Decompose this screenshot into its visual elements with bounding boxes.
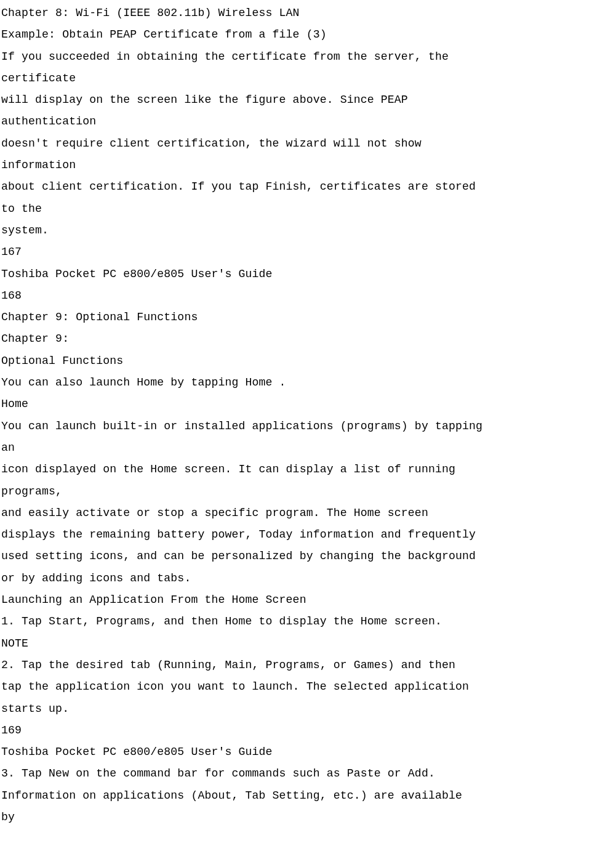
text-line: 1. Tap Start, Programs, and then Home to…: [1, 611, 616, 632]
text-line: to the: [1, 198, 616, 220]
text-line: 3. Tap New on the command bar for comman…: [1, 763, 616, 784]
text-line: and easily activate or stop a specific p…: [1, 502, 616, 524]
text-line: system.: [1, 220, 616, 241]
text-line: 168: [1, 285, 616, 307]
text-line: will display on the screen like the figu…: [1, 89, 616, 111]
text-line: Toshiba Pocket PC e800/e805 User's Guide: [1, 264, 616, 285]
text-line: Chapter 9:: [1, 328, 616, 350]
text-line: You can launch built-in or installed app…: [1, 416, 616, 437]
text-line: You can also launch Home by tapping Home…: [1, 372, 616, 393]
text-line: used setting icons, and can be personali…: [1, 546, 616, 567]
text-line: Home: [1, 393, 616, 415]
text-line: tap the application icon you want to lau…: [1, 676, 616, 698]
text-line: authentication: [1, 111, 616, 132]
text-line: by: [1, 807, 616, 828]
text-line: certificate: [1, 68, 616, 89]
text-line: Example: Obtain PEAP Certificate from a …: [1, 24, 616, 46]
text-line: starts up.: [1, 698, 616, 720]
text-line: Information on applications (About, Tab …: [1, 785, 616, 807]
text-line: programs,: [1, 481, 616, 502]
text-line: 169: [1, 720, 616, 741]
text-line: Chapter 8: Wi-Fi (IEEE 802.11b) Wireless…: [1, 2, 616, 24]
text-line: Launching an Application From the Home S…: [1, 589, 616, 611]
text-line: or by adding icons and tabs.: [1, 568, 616, 589]
text-line: doesn't require client certification, th…: [1, 133, 616, 155]
text-line: 2. Tap the desired tab (Running, Main, P…: [1, 655, 616, 676]
text-line: icon displayed on the Home screen. It ca…: [1, 459, 616, 480]
text-line: displays the remaining battery power, To…: [1, 524, 616, 546]
text-line: NOTE: [1, 633, 616, 655]
text-line: Chapter 9: Optional Functions: [1, 307, 616, 328]
text-line: information: [1, 155, 616, 176]
text-line: If you succeeded in obtaining the certif…: [1, 46, 616, 68]
text-line: an: [1, 437, 616, 459]
text-line: 167: [1, 241, 616, 263]
text-line: Toshiba Pocket PC e800/e805 User's Guide: [1, 741, 616, 763]
text-line: Optional Functions: [1, 350, 616, 372]
text-line: about client certification. If you tap F…: [1, 176, 616, 198]
